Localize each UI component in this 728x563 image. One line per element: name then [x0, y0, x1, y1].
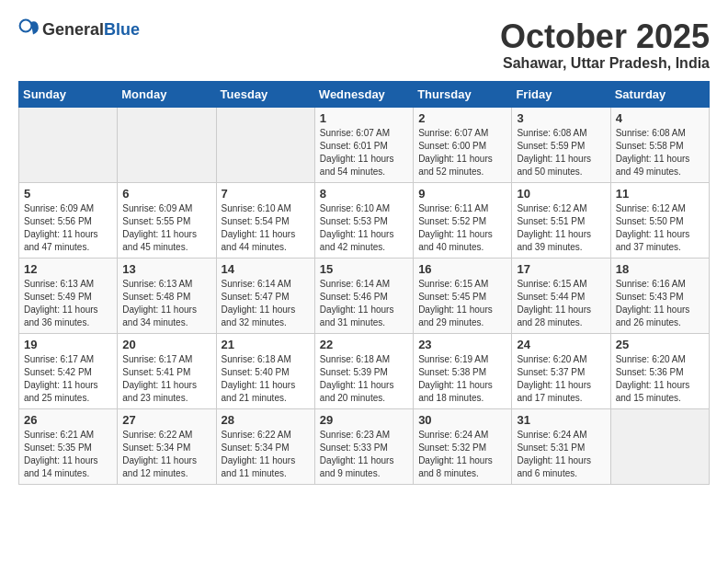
calendar-cell: 27Sunrise: 6:22 AMSunset: 5:34 PMDayligh… [118, 408, 216, 484]
calendar-cell: 28Sunrise: 6:22 AMSunset: 5:34 PMDayligh… [216, 408, 314, 484]
weekday-header-monday: Monday [118, 81, 216, 107]
day-number: 25 [616, 338, 704, 351]
day-info: Sunrise: 6:08 AMSunset: 5:58 PMDaylight:… [616, 127, 704, 178]
day-number: 4 [616, 111, 704, 125]
day-number: 5 [24, 187, 112, 201]
calendar-cell [19, 107, 118, 182]
month-title: October 2025 [500, 18, 710, 55]
calendar-cell: 20Sunrise: 6:17 AMSunset: 5:41 PMDayligh… [118, 333, 216, 408]
calendar-week-3: 12Sunrise: 6:13 AMSunset: 5:49 PMDayligh… [19, 258, 710, 333]
day-number: 9 [418, 187, 506, 201]
calendar-cell: 16Sunrise: 6:15 AMSunset: 5:45 PMDayligh… [414, 258, 512, 333]
calendar-cell: 15Sunrise: 6:14 AMSunset: 5:46 PMDayligh… [314, 258, 413, 333]
day-number: 29 [320, 413, 408, 427]
day-number: 24 [517, 338, 605, 351]
calendar-table: SundayMondayTuesdayWednesdayThursdayFrid… [18, 81, 710, 485]
calendar-cell: 4Sunrise: 6:08 AMSunset: 5:58 PMDaylight… [610, 107, 709, 182]
day-number: 2 [418, 111, 506, 125]
calendar-cell: 7Sunrise: 6:10 AMSunset: 5:54 PMDaylight… [216, 182, 314, 258]
day-info: Sunrise: 6:20 AMSunset: 5:36 PMDaylight:… [616, 353, 704, 405]
calendar-cell: 12Sunrise: 6:13 AMSunset: 5:49 PMDayligh… [19, 258, 118, 333]
day-info: Sunrise: 6:07 AMSunset: 6:01 PMDaylight:… [320, 127, 408, 178]
calendar-cell: 29Sunrise: 6:23 AMSunset: 5:33 PMDayligh… [314, 408, 413, 484]
weekday-header-tuesday: Tuesday [216, 81, 314, 107]
calendar-week-5: 26Sunrise: 6:21 AMSunset: 5:35 PMDayligh… [19, 408, 710, 484]
calendar-cell [216, 107, 314, 182]
calendar-week-1: 1Sunrise: 6:07 AMSunset: 6:01 PMDaylight… [19, 107, 710, 182]
calendar-cell: 6Sunrise: 6:09 AMSunset: 5:55 PMDaylight… [118, 182, 216, 258]
calendar-cell: 18Sunrise: 6:16 AMSunset: 5:43 PMDayligh… [610, 258, 709, 333]
calendar-cell: 3Sunrise: 6:08 AMSunset: 5:59 PMDaylight… [512, 107, 610, 182]
day-number: 22 [320, 338, 408, 351]
day-info: Sunrise: 6:15 AMSunset: 5:44 PMDaylight:… [517, 278, 605, 329]
day-info: Sunrise: 6:15 AMSunset: 5:45 PMDaylight:… [418, 278, 506, 329]
day-info: Sunrise: 6:22 AMSunset: 5:34 PMDaylight:… [222, 429, 310, 480]
day-number: 23 [418, 338, 506, 351]
calendar-week-2: 5Sunrise: 6:09 AMSunset: 5:56 PMDaylight… [19, 182, 710, 258]
calendar-cell: 1Sunrise: 6:07 AMSunset: 6:01 PMDaylight… [314, 107, 413, 182]
calendar-cell: 25Sunrise: 6:20 AMSunset: 5:36 PMDayligh… [610, 333, 709, 408]
day-info: Sunrise: 6:07 AMSunset: 6:00 PMDaylight:… [418, 127, 506, 178]
day-info: Sunrise: 6:23 AMSunset: 5:33 PMDaylight:… [320, 429, 408, 480]
svg-point-0 [20, 20, 32, 32]
day-info: Sunrise: 6:09 AMSunset: 5:56 PMDaylight:… [24, 202, 112, 254]
day-number: 17 [517, 262, 605, 276]
day-number: 7 [222, 187, 310, 201]
calendar-cell: 23Sunrise: 6:19 AMSunset: 5:38 PMDayligh… [414, 333, 512, 408]
calendar-cell: 9Sunrise: 6:11 AMSunset: 5:52 PMDaylight… [414, 182, 512, 258]
day-info: Sunrise: 6:16 AMSunset: 5:43 PMDaylight:… [616, 278, 704, 329]
page-header: GeneralBlue October 2025 Sahawar, Uttar … [18, 18, 710, 72]
day-number: 27 [122, 413, 210, 427]
day-info: Sunrise: 6:17 AMSunset: 5:42 PMDaylight:… [24, 353, 112, 405]
day-number: 11 [616, 187, 704, 201]
calendar-cell: 26Sunrise: 6:21 AMSunset: 5:35 PMDayligh… [19, 408, 118, 484]
day-number: 28 [222, 413, 310, 427]
day-number: 18 [616, 262, 704, 276]
day-number: 6 [122, 187, 210, 201]
weekday-header-wednesday: Wednesday [314, 81, 413, 107]
calendar-cell: 22Sunrise: 6:18 AMSunset: 5:39 PMDayligh… [314, 333, 413, 408]
day-info: Sunrise: 6:13 AMSunset: 5:48 PMDaylight:… [122, 278, 210, 329]
day-number: 15 [320, 262, 408, 276]
day-info: Sunrise: 6:14 AMSunset: 5:46 PMDaylight:… [320, 278, 408, 329]
day-number: 13 [122, 262, 210, 276]
day-number: 26 [24, 413, 112, 427]
logo-text-blue: Blue [104, 20, 140, 39]
day-info: Sunrise: 6:22 AMSunset: 5:34 PMDaylight:… [122, 429, 210, 480]
logo-icon [18, 18, 40, 40]
calendar-cell: 5Sunrise: 6:09 AMSunset: 5:56 PMDaylight… [19, 182, 118, 258]
day-info: Sunrise: 6:13 AMSunset: 5:49 PMDaylight:… [24, 278, 112, 329]
calendar-cell: 17Sunrise: 6:15 AMSunset: 5:44 PMDayligh… [512, 258, 610, 333]
calendar-cell: 10Sunrise: 6:12 AMSunset: 5:51 PMDayligh… [512, 182, 610, 258]
calendar-cell: 14Sunrise: 6:14 AMSunset: 5:47 PMDayligh… [216, 258, 314, 333]
day-number: 8 [320, 187, 408, 201]
day-number: 20 [122, 338, 210, 351]
day-info: Sunrise: 6:12 AMSunset: 5:51 PMDaylight:… [517, 202, 605, 254]
day-info: Sunrise: 6:08 AMSunset: 5:59 PMDaylight:… [517, 127, 605, 178]
calendar-week-4: 19Sunrise: 6:17 AMSunset: 5:42 PMDayligh… [19, 333, 710, 408]
weekday-header-sunday: Sunday [19, 81, 118, 107]
location-title: Sahawar, Uttar Pradesh, India [500, 55, 710, 72]
logo: GeneralBlue [18, 18, 140, 40]
calendar-cell: 13Sunrise: 6:13 AMSunset: 5:48 PMDayligh… [118, 258, 216, 333]
calendar-cell: 24Sunrise: 6:20 AMSunset: 5:37 PMDayligh… [512, 333, 610, 408]
weekday-header-friday: Friday [512, 81, 610, 107]
day-info: Sunrise: 6:24 AMSunset: 5:32 PMDaylight:… [418, 429, 506, 480]
title-block: October 2025 Sahawar, Uttar Pradesh, Ind… [500, 18, 710, 72]
calendar-cell: 2Sunrise: 6:07 AMSunset: 6:00 PMDaylight… [414, 107, 512, 182]
day-info: Sunrise: 6:20 AMSunset: 5:37 PMDaylight:… [517, 353, 605, 405]
calendar-cell: 31Sunrise: 6:24 AMSunset: 5:31 PMDayligh… [512, 408, 610, 484]
day-number: 31 [517, 413, 605, 427]
logo-text-general: General [42, 20, 104, 39]
weekday-header-saturday: Saturday [610, 81, 709, 107]
day-number: 1 [320, 111, 408, 125]
day-info: Sunrise: 6:10 AMSunset: 5:53 PMDaylight:… [320, 202, 408, 254]
day-number: 10 [517, 187, 605, 201]
calendar-cell: 21Sunrise: 6:18 AMSunset: 5:40 PMDayligh… [216, 333, 314, 408]
calendar-cell: 8Sunrise: 6:10 AMSunset: 5:53 PMDaylight… [314, 182, 413, 258]
day-number: 14 [222, 262, 310, 276]
day-info: Sunrise: 6:12 AMSunset: 5:50 PMDaylight:… [616, 202, 704, 254]
day-number: 12 [24, 262, 112, 276]
day-info: Sunrise: 6:18 AMSunset: 5:40 PMDaylight:… [222, 353, 310, 405]
day-info: Sunrise: 6:10 AMSunset: 5:54 PMDaylight:… [222, 202, 310, 254]
